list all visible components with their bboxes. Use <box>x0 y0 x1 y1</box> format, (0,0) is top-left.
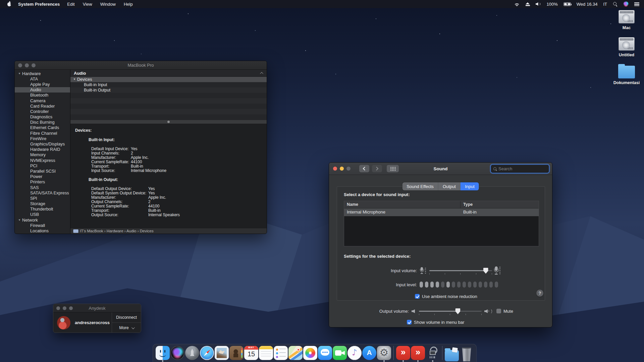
search-input[interactable] <box>497 166 547 171</box>
sidebar-item[interactable]: ▼ SATA/SATA Express <box>15 190 70 195</box>
collapse-chevron-icon[interactable] <box>260 72 263 75</box>
menu-app-name[interactable]: System Preferences <box>18 2 60 7</box>
sidebar-item[interactable]: ▼ Ethernet Cards <box>15 125 70 130</box>
hard-drive-icon[interactable]: Untitled <box>613 37 640 57</box>
dock-divider[interactable] <box>391 346 396 361</box>
tab[interactable]: Output <box>438 182 461 190</box>
device-row[interactable]: Built-in Output <box>70 87 267 93</box>
show-volume-checkbox[interactable] <box>407 320 412 324</box>
sound-titlebar[interactable]: Sound <box>329 163 552 175</box>
disclosure-triangle-icon[interactable]: ▼ <box>18 219 22 222</box>
sidebar-item[interactable]: ▼ Printers <box>15 179 70 185</box>
battery-charging-icon[interactable] <box>564 2 571 6</box>
sysinfo-titlebar[interactable]: MacBook Pro <box>15 61 267 70</box>
sidebar-item[interactable]: ▼ Hardware RAID <box>15 147 70 152</box>
reminders-icon[interactable] <box>273 346 288 361</box>
anydesk-icon[interactable] <box>396 346 411 361</box>
sidebar-item[interactable]: ▼ Diagnostics <box>15 114 70 120</box>
sidebar-item[interactable]: ▼ SPI <box>15 195 70 201</box>
sidebar-item[interactable]: ▼ Parallel SCSI <box>15 168 70 174</box>
input-volume-slider[interactable] <box>429 270 492 271</box>
launchpad-icon[interactable] <box>185 346 200 361</box>
sidebar-item[interactable]: ▼ Thunderbolt <box>15 206 70 212</box>
device-row[interactable]: Built-in Input <box>70 82 267 87</box>
siri-icon[interactable] <box>170 346 185 361</box>
sidebar-item[interactable]: ▼ Card Reader <box>15 103 70 109</box>
sidebar-item[interactable]: ▼ Fibre Channel <box>15 130 70 136</box>
anydesk-icon[interactable] <box>411 346 425 361</box>
trash-icon[interactable] <box>459 346 474 361</box>
ambient-noise-label[interactable]: Use ambient noise reduction <box>422 294 477 299</box>
sidebar-item[interactable]: ▼ ATA <box>15 76 70 81</box>
help-button[interactable]: ? <box>536 290 543 297</box>
volume-icon[interactable] <box>536 2 541 6</box>
table-row[interactable]: Internal Microphone Built-in <box>344 208 539 216</box>
notification-center-icon[interactable] <box>634 2 639 6</box>
eject-icon[interactable] <box>526 2 530 6</box>
menu-clock[interactable]: Wed 16.34 <box>577 2 598 7</box>
pane-splitter[interactable] <box>70 120 267 124</box>
column-header-type[interactable]: Type <box>461 201 539 208</box>
hard-drive-icon[interactable]: Mac <box>613 10 640 30</box>
siri-icon[interactable] <box>623 1 629 7</box>
ambient-noise-checkbox[interactable] <box>415 294 420 299</box>
disclosure-triangle-icon[interactable]: ▼ <box>18 72 22 75</box>
search-field[interactable] <box>491 165 549 173</box>
menu-window[interactable]: Window <box>100 2 116 7</box>
tab[interactable]: Input <box>461 182 479 190</box>
more-button[interactable]: More <box>112 322 141 333</box>
hardware-tool-icon[interactable] <box>425 346 440 361</box>
apple-menu-icon[interactable] <box>7 1 12 7</box>
facetime-icon[interactable] <box>332 346 347 361</box>
sidebar-item[interactable]: ▼ Controller <box>15 109 70 114</box>
wifi-icon[interactable] <box>514 2 520 6</box>
downloads-folder-icon[interactable] <box>444 346 459 361</box>
show-volume-label[interactable]: Show volume in menu bar <box>414 320 464 325</box>
sidebar-item[interactable]: ▼ Apple Pay <box>15 81 70 87</box>
sidebar-item[interactable]: ▼ Camera <box>15 98 70 103</box>
dock-divider[interactable] <box>440 346 444 361</box>
anydesk-titlebar[interactable]: Anydesk <box>53 304 141 312</box>
photos-icon[interactable] <box>303 346 318 361</box>
spotlight-search-icon[interactable] <box>613 2 618 6</box>
input-language[interactable]: IT <box>603 2 607 7</box>
menu-edit[interactable]: Edit <box>67 2 74 7</box>
notes-icon[interactable] <box>259 346 273 361</box>
devices-group-row[interactable]: ▼ Devices <box>70 77 267 82</box>
output-volume-slider[interactable] <box>419 311 482 312</box>
sidebar-item[interactable]: ▼ Hardware <box>15 71 70 76</box>
sidebar-item[interactable]: ▼ Firewall <box>15 223 70 228</box>
maps-icon[interactable] <box>288 346 303 361</box>
sidebar-item[interactable]: ▼ Network <box>15 217 70 223</box>
mute-label[interactable]: Mute <box>503 309 513 314</box>
sidebar-item[interactable]: ▼ USB <box>15 212 70 217</box>
disconnect-button[interactable]: Disconnect <box>112 312 141 322</box>
sidebar-item[interactable]: ▼ NVMExpress <box>15 158 70 163</box>
mute-checkbox[interactable] <box>496 309 501 313</box>
sidebar-item[interactable]: ▼ Storage <box>15 201 70 206</box>
contacts-icon[interactable] <box>229 346 244 361</box>
menu-help[interactable]: Help <box>124 2 133 7</box>
sidebar-item[interactable]: ▼ SAS <box>15 185 70 190</box>
audio-section-header[interactable]: Audio <box>70 70 267 77</box>
sidebar-item[interactable]: ▼ Memory <box>15 152 70 158</box>
messages-icon[interactable] <box>318 346 332 361</box>
appstore-icon[interactable] <box>362 346 377 361</box>
sidebar-item[interactable]: ▼ FireWire <box>15 136 70 141</box>
menu-view[interactable]: View <box>83 2 92 7</box>
itunes-icon[interactable] <box>347 346 362 361</box>
sidebar-item[interactable]: ▼ Bluetooth <box>15 93 70 98</box>
sidebar-item[interactable]: ▼ Graphics/Displays <box>15 141 70 146</box>
disclosure-triangle-icon[interactable]: ▼ <box>73 77 76 82</box>
column-header-name[interactable]: Name <box>344 201 461 208</box>
sidebar-item[interactable]: ▼ Disc Burning <box>15 120 70 125</box>
tab[interactable]: Sound Effects <box>402 182 438 190</box>
folder-icon[interactable]: Dokumentasi <box>613 64 640 85</box>
mail-icon[interactable] <box>214 346 229 361</box>
system-preferences-icon[interactable] <box>377 346 391 361</box>
sidebar-item[interactable]: ▼ Audio <box>15 87 70 93</box>
calendar-icon[interactable]: MAY 15 <box>244 346 259 361</box>
sidebar-item[interactable]: ▼ Locations <box>15 228 70 233</box>
sidebar-item[interactable]: ▼ PCI <box>15 163 70 168</box>
sidebar-item[interactable]: ▼ Power <box>15 174 70 179</box>
